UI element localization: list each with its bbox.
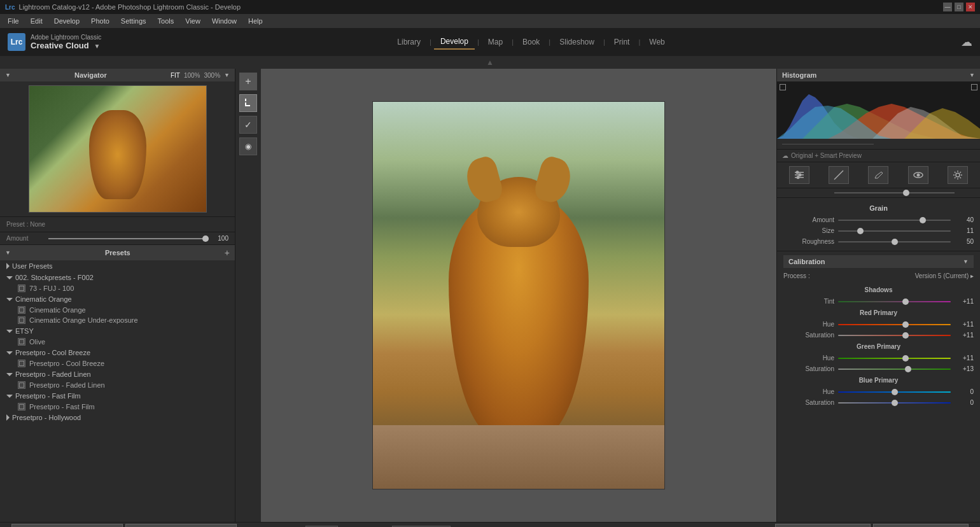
hsl-panel-icon[interactable] (868, 166, 888, 184)
amount-slider[interactable] (48, 238, 206, 239)
preset-group-stockpresets-header[interactable]: 002. Stockpresets - F002 (0, 272, 235, 283)
close-button[interactable]: ✕ (966, 3, 975, 11)
presets-collapse-arrow: ▼ (5, 249, 11, 256)
module-map[interactable]: Map (482, 35, 509, 49)
preset-item-faded-linen[interactable]: Presetpro - Faded Linen (0, 380, 235, 390)
navigator-title: Navigator (74, 71, 107, 79)
add-tool-button[interactable]: + (239, 73, 257, 90)
color-panel-icon[interactable] (908, 166, 928, 184)
module-library[interactable]: Library (391, 35, 427, 49)
preset-group-user-header[interactable]: User Presets (0, 260, 235, 272)
module-slideshow[interactable]: Slideshow (553, 35, 601, 49)
minimize-button[interactable]: — (943, 3, 952, 11)
preset-group-hollywood-header[interactable]: Presetpro - Hollywood (0, 412, 235, 423)
preset-item-fast-film[interactable]: Presetpro - Fast Film (0, 402, 235, 412)
curves-panel-icon[interactable] (829, 166, 849, 184)
shadow-clipping-indicator[interactable] (971, 84, 977, 90)
module-web[interactable]: Web (643, 35, 671, 49)
histogram-panel: Histogram ▼ (777, 69, 980, 150)
brand-dropdown-icon[interactable]: ▼ (94, 43, 100, 50)
blue-hue-slider[interactable] (838, 391, 951, 393)
preset-item-olive[interactable]: Olive (0, 337, 235, 347)
presets-add-icon[interactable]: + (225, 248, 230, 258)
navigator-header[interactable]: ▼ Navigator FIT 100% 300% ▼ (0, 69, 235, 81)
blue-sat-slider[interactable] (838, 402, 951, 404)
previous-button[interactable]: Previous (775, 524, 871, 528)
preset-item-73fuj[interactable]: 73 - FUJ - 100 (0, 283, 235, 293)
green-hue-thumb[interactable] (902, 355, 909, 362)
grain-roughness-value: 50 (955, 238, 974, 245)
red-sat-slider[interactable] (838, 335, 951, 336)
presets-header[interactable]: ▼ Presets + (0, 245, 235, 260)
menu-edit[interactable]: Edit (25, 16, 48, 26)
preset-info: Preset : None (0, 217, 235, 232)
module-book[interactable]: Book (516, 35, 546, 49)
reset-button[interactable]: Reset (873, 524, 969, 528)
preset-item-cool-breeze[interactable]: Presetpro - Cool Breeze (0, 358, 235, 369)
vignette-slider[interactable] (834, 192, 955, 193)
crop-tool-button[interactable] (239, 94, 257, 112)
module-develop[interactable]: Develop (434, 34, 475, 50)
crop-icon (243, 98, 253, 108)
paste-button[interactable]: Paste (125, 524, 237, 528)
menu-view[interactable]: View (180, 16, 206, 26)
green-sat-slider[interactable] (838, 369, 951, 370)
preset-item-cinematic-orange[interactable]: Cinematic Orange (0, 305, 235, 315)
grain-size-thumb[interactable] (857, 228, 864, 234)
zoom-300[interactable]: 300% (204, 72, 221, 79)
preset-group-cinematic-orange-header[interactable]: Cinematic Orange (0, 293, 235, 305)
brand-top: Adobe Lightroom Classic (31, 34, 101, 41)
red-eye-tool-button[interactable]: ◉ (239, 137, 257, 155)
detail-panel-icon[interactable] (948, 166, 968, 184)
grain-amount-thumb[interactable] (920, 217, 926, 223)
menu-tools[interactable]: Tools (153, 16, 179, 26)
grain-header: Grain (783, 202, 974, 214)
grain-roughness-slider[interactable] (838, 241, 951, 242)
preset-group-cool-breeze: Presetpro - Cool Breeze Presetpro - Cool… (0, 347, 235, 369)
basic-panel-icon[interactable] (789, 166, 809, 184)
green-sat-row: Saturation +13 (783, 363, 974, 374)
histogram-title: Histogram (782, 71, 816, 79)
red-hue-slider[interactable] (838, 324, 951, 325)
histogram-footer: ———————————————— (777, 139, 980, 149)
menu-help[interactable]: Help (243, 16, 268, 26)
copy-button[interactable]: Copy... (11, 524, 123, 528)
module-print[interactable]: Print (608, 35, 636, 49)
zoom-100[interactable]: 100% (184, 72, 200, 79)
grain-amount-slider[interactable] (838, 220, 951, 221)
menu-develop[interactable]: Develop (49, 16, 85, 26)
menu-settings[interactable]: Settings (116, 16, 151, 26)
blue-hue-thumb[interactable] (892, 389, 898, 395)
histogram-header[interactable]: Histogram ▼ (777, 69, 980, 81)
green-hue-slider[interactable] (838, 358, 951, 359)
svg-point-15 (797, 176, 800, 179)
blue-sat-thumb[interactable] (892, 400, 898, 406)
red-sat-row: Saturation +11 (783, 330, 974, 341)
preset-group-cool-breeze-header[interactable]: Presetpro - Cool Breeze (0, 347, 235, 358)
highlight-clipping-indicator[interactable] (780, 84, 786, 90)
center-panel: + ✓ ◉ (235, 69, 776, 522)
preset-group-fast-film-header[interactable]: Presetpro - Fast Film (0, 390, 235, 402)
calibration-header[interactable]: Calibration ▼ (783, 255, 974, 268)
red-sat-thumb[interactable] (902, 332, 909, 339)
titlebar-left: Lrc Lightroom Catalog-v12 - Adobe Photos… (5, 3, 241, 11)
shadows-tint-thumb[interactable] (902, 299, 909, 305)
menu-photo[interactable]: Photo (86, 16, 115, 26)
menu-file[interactable]: File (3, 16, 24, 26)
blue-hue-row: Hue 0 (783, 386, 974, 397)
red-hue-value: +11 (955, 321, 974, 328)
grain-roughness-thumb[interactable] (892, 239, 898, 245)
heal-tool-button[interactable]: ✓ (239, 116, 257, 134)
menu-window[interactable]: Window (207, 16, 242, 26)
preset-group-etsy-header[interactable]: ETSY (0, 325, 235, 337)
shadows-tint-slider[interactable] (838, 301, 951, 302)
grain-size-row: Size 11 (783, 225, 974, 236)
preset-group-faded-linen-header[interactable]: Presetpro - Faded Linen (0, 369, 235, 380)
green-sat-thumb[interactable] (905, 366, 911, 372)
preset-item-cinematic-orange-under[interactable]: Cinematic Orange Under-exposure (0, 315, 235, 325)
red-hue-thumb[interactable] (902, 321, 909, 328)
maximize-button[interactable]: □ (955, 3, 963, 11)
process-value[interactable]: Version 5 (Current) ▸ (838, 272, 974, 279)
zoom-fit[interactable]: FIT (171, 72, 180, 79)
grain-size-slider[interactable] (838, 230, 951, 232)
